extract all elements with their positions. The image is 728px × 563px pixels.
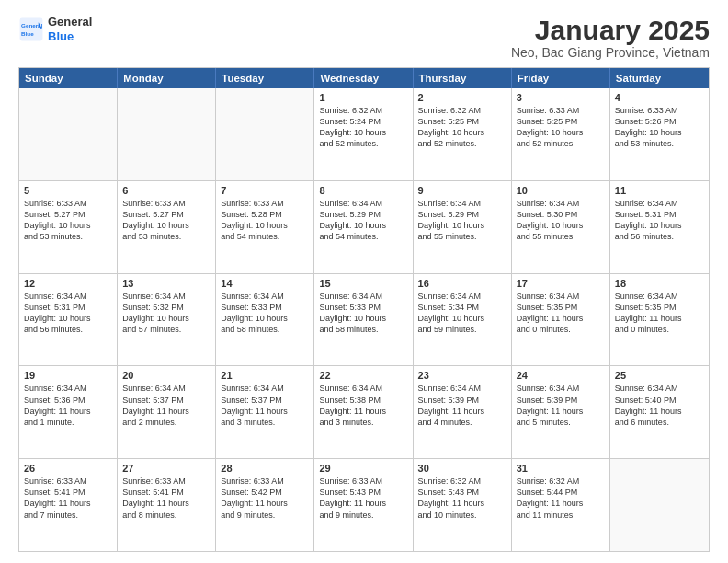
day-number: 27 (122, 463, 210, 474)
table-row: 19Sunrise: 6:34 AM Sunset: 5:36 PM Dayli… (19, 366, 118, 458)
day-number: 3 (517, 92, 605, 103)
table-row: 11Sunrise: 6:34 AM Sunset: 5:31 PM Dayli… (610, 181, 709, 273)
cell-text: Sunrise: 6:33 AM Sunset: 5:26 PM Dayligh… (615, 105, 704, 150)
table-row: 4Sunrise: 6:33 AM Sunset: 5:26 PM Daylig… (610, 88, 709, 180)
cell-text: Sunrise: 6:34 AM Sunset: 5:30 PM Dayligh… (517, 198, 605, 243)
day-number: 8 (319, 185, 407, 196)
calendar: Sunday Monday Tuesday Wednesday Thursday… (18, 67, 710, 552)
cell-text: Sunrise: 6:33 AM Sunset: 5:43 PM Dayligh… (319, 476, 407, 521)
table-row: 25Sunrise: 6:34 AM Sunset: 5:40 PM Dayli… (610, 366, 709, 458)
cell-text: Sunrise: 6:33 AM Sunset: 5:42 PM Dayligh… (221, 476, 309, 521)
day-number: 20 (122, 370, 210, 381)
day-number: 17 (517, 278, 605, 289)
day-number: 15 (319, 278, 407, 289)
day-number: 9 (418, 185, 506, 196)
table-row: 12Sunrise: 6:34 AM Sunset: 5:31 PM Dayli… (19, 274, 118, 366)
table-row: 21Sunrise: 6:34 AM Sunset: 5:37 PM Dayli… (216, 366, 314, 458)
day-number: 11 (615, 185, 704, 196)
cell-text: Sunrise: 6:34 AM Sunset: 5:31 PM Dayligh… (24, 291, 112, 336)
cell-text: Sunrise: 6:34 AM Sunset: 5:37 PM Dayligh… (221, 383, 309, 428)
table-row: 13Sunrise: 6:34 AM Sunset: 5:32 PM Dayli… (118, 274, 216, 366)
cell-text: Sunrise: 6:33 AM Sunset: 5:41 PM Dayligh… (122, 476, 210, 521)
cell-text: Sunrise: 6:32 AM Sunset: 5:25 PM Dayligh… (418, 105, 506, 150)
table-row: 18Sunrise: 6:34 AM Sunset: 5:35 PM Dayli… (610, 274, 709, 366)
table-row: 3Sunrise: 6:33 AM Sunset: 5:25 PM Daylig… (512, 88, 610, 180)
table-row (216, 88, 314, 180)
table-row: 22Sunrise: 6:34 AM Sunset: 5:38 PM Dayli… (314, 366, 413, 458)
logo-text-general: General (48, 15, 92, 29)
week-row-4: 19Sunrise: 6:34 AM Sunset: 5:36 PM Dayli… (19, 365, 709, 458)
cell-text: Sunrise: 6:34 AM Sunset: 5:34 PM Dayligh… (418, 291, 506, 336)
table-row: 10Sunrise: 6:34 AM Sunset: 5:30 PM Dayli… (512, 181, 610, 273)
table-row: 8Sunrise: 6:34 AM Sunset: 5:29 PM Daylig… (314, 181, 413, 273)
week-row-1: 1Sunrise: 6:32 AM Sunset: 5:24 PM Daylig… (19, 88, 709, 180)
table-row: 17Sunrise: 6:34 AM Sunset: 5:35 PM Dayli… (512, 274, 610, 366)
table-row: 5Sunrise: 6:33 AM Sunset: 5:27 PM Daylig… (19, 181, 118, 273)
table-row: 24Sunrise: 6:34 AM Sunset: 5:39 PM Dayli… (512, 366, 610, 458)
page-title: January 2025 (511, 15, 710, 45)
svg-rect-0 (20, 17, 43, 40)
day-number: 25 (615, 370, 704, 381)
table-row (118, 88, 216, 180)
logo-icon: General Blue (18, 17, 44, 42)
day-number: 1 (319, 92, 407, 103)
table-row: 30Sunrise: 6:32 AM Sunset: 5:43 PM Dayli… (414, 459, 512, 551)
cell-text: Sunrise: 6:34 AM Sunset: 5:38 PM Dayligh… (319, 383, 407, 428)
day-number: 18 (615, 278, 704, 289)
cell-text: Sunrise: 6:34 AM Sunset: 5:31 PM Dayligh… (615, 198, 704, 243)
week-row-3: 12Sunrise: 6:34 AM Sunset: 5:31 PM Dayli… (19, 273, 709, 366)
table-row: 26Sunrise: 6:33 AM Sunset: 5:41 PM Dayli… (19, 459, 118, 551)
day-number: 13 (122, 278, 210, 289)
header-thursday: Thursday (414, 68, 512, 88)
cell-text: Sunrise: 6:33 AM Sunset: 5:41 PM Dayligh… (24, 476, 112, 521)
day-number: 5 (24, 185, 112, 196)
day-number: 19 (24, 370, 112, 381)
header-tuesday: Tuesday (216, 68, 314, 88)
table-row: 1Sunrise: 6:32 AM Sunset: 5:24 PM Daylig… (314, 88, 413, 180)
day-number: 4 (615, 92, 704, 103)
header-friday: Friday (512, 68, 610, 88)
cell-text: Sunrise: 6:34 AM Sunset: 5:39 PM Dayligh… (418, 383, 506, 428)
header-monday: Monday (118, 68, 216, 88)
header-wednesday: Wednesday (314, 68, 413, 88)
cell-text: Sunrise: 6:34 AM Sunset: 5:29 PM Dayligh… (418, 198, 506, 243)
table-row: 2Sunrise: 6:32 AM Sunset: 5:25 PM Daylig… (414, 88, 512, 180)
cell-text: Sunrise: 6:33 AM Sunset: 5:27 PM Dayligh… (24, 198, 112, 243)
cell-text: Sunrise: 6:34 AM Sunset: 5:35 PM Dayligh… (517, 291, 605, 336)
cell-text: Sunrise: 6:34 AM Sunset: 5:35 PM Dayligh… (615, 291, 704, 336)
table-row: 15Sunrise: 6:34 AM Sunset: 5:33 PM Dayli… (314, 274, 413, 366)
table-row: 7Sunrise: 6:33 AM Sunset: 5:28 PM Daylig… (216, 181, 314, 273)
day-number: 22 (319, 370, 407, 381)
cell-text: Sunrise: 6:34 AM Sunset: 5:40 PM Dayligh… (615, 383, 704, 428)
header: General Blue General Blue January 2025 N… (18, 15, 710, 60)
table-row: 29Sunrise: 6:33 AM Sunset: 5:43 PM Dayli… (314, 459, 413, 551)
title-block: January 2025 Neo, Bac Giang Province, Vi… (511, 15, 710, 60)
cell-text: Sunrise: 6:34 AM Sunset: 5:33 PM Dayligh… (319, 291, 407, 336)
cell-text: Sunrise: 6:32 AM Sunset: 5:43 PM Dayligh… (418, 476, 506, 521)
day-number: 29 (319, 463, 407, 474)
table-row: 20Sunrise: 6:34 AM Sunset: 5:37 PM Dayli… (118, 366, 216, 458)
cell-text: Sunrise: 6:34 AM Sunset: 5:33 PM Dayligh… (221, 291, 309, 336)
table-row: 9Sunrise: 6:34 AM Sunset: 5:29 PM Daylig… (414, 181, 512, 273)
cell-text: Sunrise: 6:34 AM Sunset: 5:39 PM Dayligh… (517, 383, 605, 428)
cell-text: Sunrise: 6:34 AM Sunset: 5:36 PM Dayligh… (24, 383, 112, 428)
week-row-5: 26Sunrise: 6:33 AM Sunset: 5:41 PM Dayli… (19, 458, 709, 551)
day-number: 26 (24, 463, 112, 474)
day-number: 14 (221, 278, 309, 289)
day-number: 30 (418, 463, 506, 474)
calendar-body: 1Sunrise: 6:32 AM Sunset: 5:24 PM Daylig… (19, 88, 709, 551)
table-row: 31Sunrise: 6:32 AM Sunset: 5:44 PM Dayli… (512, 459, 610, 551)
cell-text: Sunrise: 6:34 AM Sunset: 5:37 PM Dayligh… (122, 383, 210, 428)
cell-text: Sunrise: 6:33 AM Sunset: 5:25 PM Dayligh… (517, 105, 605, 150)
header-saturday: Saturday (610, 68, 709, 88)
table-row: 23Sunrise: 6:34 AM Sunset: 5:39 PM Dayli… (414, 366, 512, 458)
cell-text: Sunrise: 6:34 AM Sunset: 5:32 PM Dayligh… (122, 291, 210, 336)
day-number: 2 (418, 92, 506, 103)
cell-text: Sunrise: 6:33 AM Sunset: 5:27 PM Dayligh… (122, 198, 210, 243)
day-number: 6 (122, 185, 210, 196)
day-number: 31 (517, 463, 605, 474)
day-number: 7 (221, 185, 309, 196)
table-row: 14Sunrise: 6:34 AM Sunset: 5:33 PM Dayli… (216, 274, 314, 366)
week-row-2: 5Sunrise: 6:33 AM Sunset: 5:27 PM Daylig… (19, 180, 709, 273)
table-row: 6Sunrise: 6:33 AM Sunset: 5:27 PM Daylig… (118, 181, 216, 273)
